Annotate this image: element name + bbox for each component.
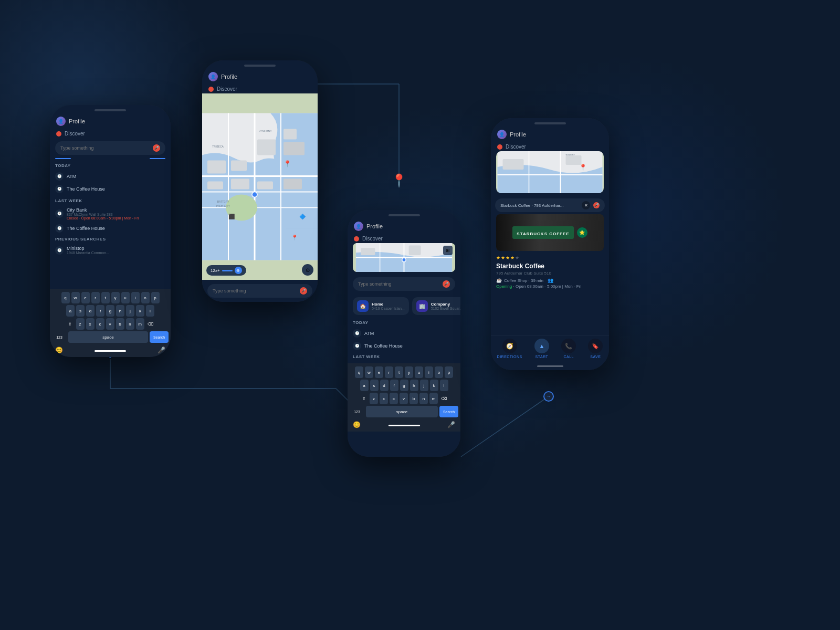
key-z[interactable]: z [76,318,85,330]
p3-key-f[interactable]: f [390,380,398,391]
key-s[interactable]: s [76,305,85,317]
key-f[interactable]: f [96,305,104,317]
phone3-coffee[interactable]: 🕐 The Coffee House [353,340,455,352]
p3-mic-button[interactable]: 🎤 [447,421,455,428]
key-w[interactable]: w [71,292,80,303]
phone2-search-bar[interactable]: 🎤 [207,284,312,298]
key-a[interactable]: a [66,305,75,317]
key-d[interactable]: d [86,305,94,317]
p3-key-n[interactable]: n [419,393,428,404]
p3-key-u[interactable]: u [415,366,423,378]
emoji-button[interactable]: 😊 [55,346,63,354]
place-hours: Opening · Open 08:00am - 5:00pm | Mon - … [496,284,604,289]
start-button[interactable]: ▲ START [534,339,549,359]
key-e[interactable]: e [81,292,90,303]
p3-key-r[interactable]: r [385,366,393,378]
p3-key-y[interactable]: y [405,366,413,378]
p3-key-123[interactable]: 123 [350,406,364,417]
p3-key-z[interactable]: z [370,393,378,404]
call-button[interactable]: 📞 CALL [561,339,576,359]
key-o[interactable]: o [141,292,150,303]
phone1-mic-icon[interactable]: 🎤 [153,144,160,152]
p3-key-c[interactable]: c [390,393,398,404]
key-c[interactable]: c [96,318,104,330]
key-q[interactable]: q [61,292,70,303]
map-zoom-control[interactable]: 12x+ ⊕ [206,265,246,276]
key-shift[interactable]: ⇧ [66,318,75,330]
key-search[interactable]: Search [150,331,169,343]
p3-key-s[interactable]: s [370,380,379,391]
history-item-atm[interactable]: 🕐 ATM [55,170,165,183]
p3-key-x[interactable]: x [380,393,388,404]
location-card-home[interactable]: 🏠 Home 5419 Casper Islan... [353,297,409,315]
save-button[interactable]: 🔖 SAVE [588,339,603,359]
phone2-search-input[interactable] [213,288,297,293]
p3-key-v[interactable]: v [400,393,408,404]
p3-key-e[interactable]: e [375,366,383,378]
p3-key-b[interactable]: b [410,393,418,404]
p3-key-p[interactable]: p [445,366,453,378]
key-r[interactable]: r [91,292,100,303]
history-item-coffee[interactable]: 🕐 The Coffee House [55,183,165,195]
zoom-btn[interactable]: ⊕ [235,267,242,274]
phone1-search-bar[interactable]: 🎤 [55,141,165,155]
history-item-ministop[interactable]: 🕐 Ministop 1948 Marantia Common... [55,244,165,257]
phone3-atm[interactable]: 🕐 ATM [353,327,455,340]
p3-key-shift[interactable]: ⇧ [360,393,368,404]
key-h[interactable]: h [116,305,124,317]
map-location-pin: 📍 [391,173,407,188]
p3-key-j[interactable]: j [420,380,428,391]
key-123[interactable]: 123 [52,331,67,343]
key-v[interactable]: v [106,318,114,330]
kb-mic-button[interactable]: 🎤 [158,346,165,354]
p3-key-backspace[interactable]: ⌫ [439,393,448,404]
key-k[interactable]: k [136,305,144,317]
p3-key-search[interactable]: Search [439,406,458,417]
key-space[interactable]: space [68,331,148,343]
key-g[interactable]: g [106,305,114,317]
location-card-company[interactable]: 🏢 Company 5102 Ewell Squar... [412,297,460,315]
p3-key-m[interactable]: m [429,393,438,404]
key-l[interactable]: l [146,305,154,317]
key-t[interactable]: t [101,292,110,303]
phone2-mic-icon[interactable]: 🎤 [300,287,307,295]
p3-key-q[interactable]: q [355,366,363,378]
phone1-search-input[interactable] [60,145,150,151]
history-item-coffee2[interactable]: 🕐 The Coffee House [55,222,165,235]
p3-emoji-button[interactable]: 😊 [353,421,361,428]
phone3-search-bar[interactable]: 🎤 [353,277,455,291]
p3-key-d[interactable]: d [380,380,388,391]
phone4-close-btn[interactable]: ✕ [582,201,590,209]
map-expand-btn[interactable]: ⊞ [443,246,453,255]
p3-key-i[interactable]: i [425,366,433,378]
key-u[interactable]: u [121,292,130,303]
p3-key-w[interactable]: w [365,366,373,378]
phone1-discover: Discover [50,129,171,138]
key-n[interactable]: n [126,318,134,330]
key-p[interactable]: p [151,292,160,303]
key-j[interactable]: j [126,305,134,317]
phone4-search-bar[interactable]: Starbuck Coffee · 793 Aufderhar... ✕ 🎤 [495,198,605,212]
p3-key-o[interactable]: o [435,366,443,378]
phone4-mic-icon[interactable]: 🎤 [593,202,600,208]
p3-key-k[interactable]: k [430,380,438,391]
key-y[interactable]: y [111,292,120,303]
key-i[interactable]: i [131,292,140,303]
key-b[interactable]: b [116,318,124,330]
phone3-search-input[interactable] [358,281,439,287]
today-label: Today [55,163,165,168]
p3-key-a[interactable]: a [360,380,369,391]
key-x[interactable]: x [86,318,94,330]
p3-key-t[interactable]: t [395,366,403,378]
phone3-mic-icon[interactable]: 🎤 [443,280,450,288]
p3-key-g[interactable]: g [400,380,408,391]
key-backspace[interactable]: ⌫ [146,318,155,330]
p3-key-space[interactable]: space [366,406,438,417]
phone2-map[interactable]: TRIBECA LITTLE ITALY BATTERY PARK CITY 📍… [202,93,318,280]
history-item-bank[interactable]: 🕐 City Bank 837 McClynn Wall Suite 383 C… [55,205,165,222]
p3-key-l[interactable]: l [440,380,448,391]
directions-button[interactable]: 🧭 DIRECTIONS [497,339,522,359]
map-current-location-btn[interactable]: ⊙ [302,264,313,276]
p3-key-h[interactable]: h [410,380,418,391]
key-m[interactable]: m [136,318,144,330]
